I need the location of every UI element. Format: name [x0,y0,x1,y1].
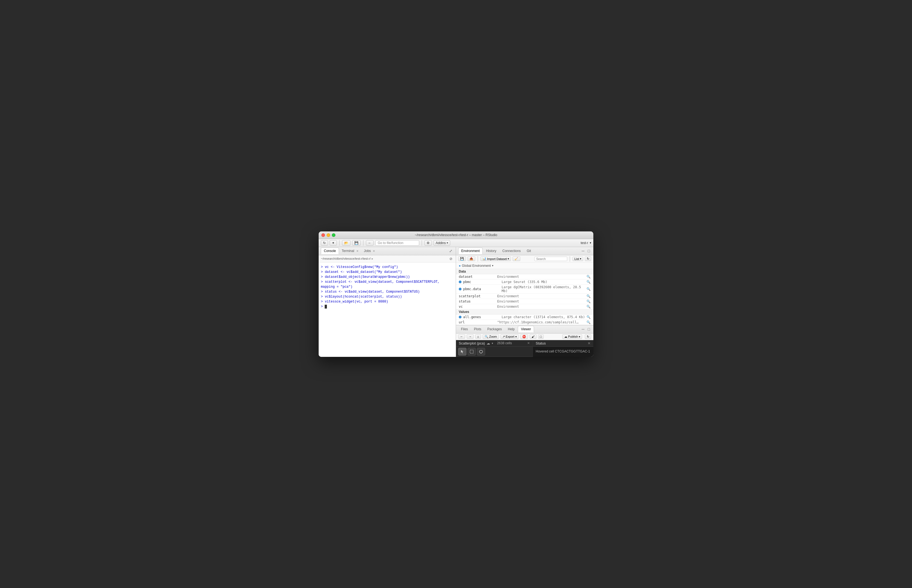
tab-viewer[interactable]: Viewer [518,326,534,333]
search-row-icon[interactable]: 🔍 [586,287,591,291]
env-row-all-genes[interactable]: all.genes Large character (13714 element… [456,315,593,320]
pointer-tool-button[interactable] [458,348,467,355]
list-view-button[interactable]: List ▾ [572,257,583,261]
tab-help[interactable]: Help [505,326,518,332]
viewer-minimize-icon[interactable]: ─ [581,326,586,332]
env-row-pbmc[interactable]: pbmc Large Seurat (335.6 Mb) 🔍 [456,279,593,285]
search-row-icon[interactable]: 🔍 [586,299,591,303]
console-content[interactable]: > vc <- VitessceConfig$new("My config") … [319,262,456,357]
env-row-pbmc-data[interactable]: pbmc.data Large dgCMatrix (88392600 elem… [456,285,593,294]
viewer-tab-bar: Files Plots Packages Help Viewer [456,325,593,334]
data-section-header: Data [456,269,593,274]
addins-button[interactable]: Addins ▾ [434,240,450,246]
viewer-forward-button[interactable]: → [467,334,474,339]
viewer-maximize-icon[interactable]: □ [587,326,591,332]
right-panel: Environment History Connections Git ─ □ [456,247,593,357]
hovered-cell-text: Hovered cell CTCGACTGGTTGAC-1 [536,349,590,353]
tab-files[interactable]: Files [458,326,471,332]
list-chevron-icon: ▾ [580,257,581,260]
stop-icon: ⛔ [522,335,526,338]
back-button[interactable]: ← [366,240,374,246]
import-icon: 📊 [483,257,486,260]
env-row-status[interactable]: status Environment 🔍 [456,299,593,304]
env-minimize-icon[interactable]: ─ [581,248,586,254]
global-env-selector[interactable]: ● Global Environment ▾ [456,263,593,269]
env-row-vc[interactable]: vc Environment 🔍 [456,304,593,309]
env-row-scatterplot[interactable]: scatterplot Environment 🔍 [456,294,593,299]
new-button[interactable]: ✦ [330,240,337,246]
share-button[interactable]: □ [538,334,544,339]
user-label: test-r [581,241,588,245]
refresh-button[interactable]: ↻ [321,240,328,246]
tab-plots[interactable]: Plots [471,326,484,332]
search-row-icon[interactable]: 🔍 [586,305,591,309]
left-tab-bar: Console Terminal ✕ Jobs ✕ ⤢ [319,247,456,255]
env-row-url[interactable]: url "https://cf.10xgenomics.com/samples/… [456,320,593,325]
export-button[interactable]: ↗ Export ▾ [501,334,518,339]
clear-env-button[interactable]: 🧹 [513,257,520,261]
terminal-close-icon[interactable]: ✕ [356,250,358,252]
main-area: Console Terminal ✕ Jobs ✕ ⤢ ~/research/d… [319,247,593,357]
open-file-button[interactable]: 📂 [342,240,350,246]
search-row-icon[interactable]: 🔍 [586,294,591,298]
viewer-refresh-button[interactable]: ↻ [585,334,591,339]
back-icon: ← [368,241,371,245]
status-close-icon[interactable]: ✕ [588,341,591,345]
values-section-header: Values [456,309,593,315]
console-clear-icon[interactable]: ⊘ [448,256,454,261]
cursor [325,305,327,309]
maximize-panel-icon[interactable]: ⤢ [448,248,454,254]
minimize-button[interactable] [327,233,330,237]
svg-rect-1 [470,350,473,353]
viewer-home-button[interactable]: ⌂ [475,334,481,339]
maximize-button[interactable] [332,233,335,237]
status-title: Status [536,341,546,345]
scatter-cell-count: 2638 cells [497,341,512,345]
env-maximize-icon[interactable]: □ [587,248,591,254]
tab-terminal[interactable]: Terminal ✕ [339,248,361,254]
goto-file-input[interactable]: Go to file/function [375,240,419,246]
tools-icon: ⚙ [427,241,429,245]
tools-button[interactable]: ⚙ [424,240,432,246]
paint-button[interactable]: 🖌 [530,334,536,339]
lasso-icon [479,350,483,354]
refresh-env-button[interactable]: ↻ [585,257,591,261]
folder-icon: 📂 [344,241,348,245]
close-button[interactable] [321,233,325,237]
publish-button[interactable]: ☁ Publish ▾ [562,334,582,339]
import-dataset-button[interactable]: 📊 Import Dataset ▾ [480,257,511,261]
tab-packages[interactable]: Packages [484,326,505,332]
tab-history[interactable]: History [483,248,499,254]
path-arrow-icon: ▸ [372,257,373,260]
tab-jobs[interactable]: Jobs ✕ [361,248,378,254]
load-env-icon: 📥 [470,257,473,260]
stop-button[interactable]: ⛔ [520,334,528,339]
jobs-close-icon[interactable]: ✕ [373,250,375,252]
search-row-icon[interactable]: 🔍 [586,275,591,279]
viewer-toolbar: ← → ⌂ 🔍 Zoom ↗ Export ▾ [456,334,593,340]
status-pane: Status ✕ Hovered cell CTCGACTGGTTGAC-1 [533,340,593,357]
tab-console[interactable]: Console [321,247,339,254]
titlebar: ~/research/dbmi/vitessce/test-r/test-r –… [319,231,593,239]
chevron-down-icon: ▾ [447,241,448,244]
env-search-input[interactable] [534,257,567,261]
search-row-icon[interactable]: 🔍 [586,315,591,319]
save-button[interactable]: 💾 [352,240,361,246]
right-tab-bar: Environment History Connections Git ─ □ [456,247,593,255]
viewer-back-button[interactable]: ← [458,334,465,339]
search-row-icon[interactable]: 🔍 [586,280,591,284]
viewer-panel-icons: ─ □ [581,326,591,332]
load-env-button[interactable]: 📥 [468,257,475,261]
tab-git[interactable]: Git [524,248,533,254]
scatter-close-icon[interactable]: ✕ [527,341,530,345]
console-line-4: > scatterplot <- vc$add_view(dataset, Co… [321,279,454,289]
env-row-dataset[interactable]: dataset Environment 🔍 [456,274,593,279]
zoom-button[interactable]: 🔍 Zoom [483,334,499,339]
select-tool-button[interactable] [468,348,476,355]
tab-connections[interactable]: Connections [500,248,523,254]
paint-icon: 🖌 [531,335,535,338]
save-env-button[interactable]: 💾 [458,257,466,261]
lasso-tool-button[interactable] [477,348,485,355]
search-row-icon[interactable]: 🔍 [586,320,591,324]
tab-environment[interactable]: Environment [458,247,483,254]
